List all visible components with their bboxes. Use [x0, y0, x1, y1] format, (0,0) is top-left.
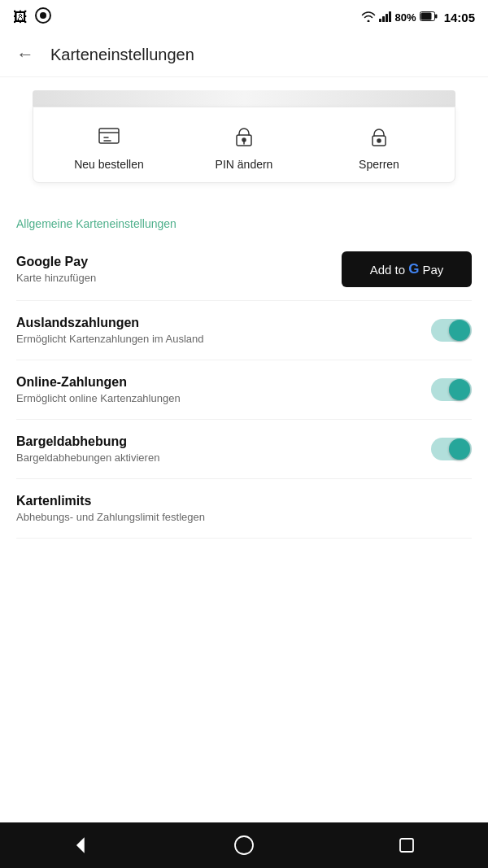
battery-icon: [420, 11, 438, 24]
toggle-thumb: [449, 379, 470, 400]
gpay-subtitle: Karte hinzufügen: [16, 272, 96, 284]
reorder-label: Neu bestellen: [74, 158, 144, 171]
svg-rect-4: [386, 14, 388, 22]
battery-percentage: 80%: [395, 11, 416, 24]
online-zahlungen-text: Online-Zahlungen Ermöglicht online Karte…: [16, 375, 181, 404]
signal-icon: [379, 11, 392, 24]
svg-rect-3: [382, 16, 385, 22]
bottom-spacer: [0, 539, 488, 595]
svg-rect-7: [435, 15, 438, 19]
gpay-g-letter: G: [408, 261, 419, 277]
bargeldabhebung-text: Bargeldabhebung Bargeldabhebungen aktivi…: [16, 434, 159, 464]
status-bar: 🖼 80%: [0, 0, 488, 33]
clock: 14:05: [444, 11, 475, 24]
svg-point-15: [377, 139, 381, 142]
bottom-nav: [0, 822, 488, 868]
reorder-icon: [91, 122, 127, 151]
toggle-thumb: [449, 320, 470, 341]
bargeldabhebung-title: Bargeldabhebung: [16, 434, 159, 449]
kartenlimits-title: Kartenlimits: [16, 494, 472, 508]
bargeldabhebung-row: Bargeldabhebung Bargeldabhebungen aktivi…: [16, 420, 472, 479]
nav-home-button[interactable]: [217, 827, 271, 864]
auslandszahlungen-row: Auslandszahlungen Ermöglicht Kartenzahlu…: [16, 301, 472, 360]
top-bar: ← Karteneinstellungen: [0, 33, 488, 77]
lock-action[interactable]: Sperren: [338, 122, 420, 171]
pin-icon: [226, 122, 262, 151]
gpay-btn-post: Pay: [422, 263, 443, 277]
app-icon: [34, 7, 52, 28]
svg-rect-18: [400, 839, 413, 852]
bargeldabhebung-toggle[interactable]: [431, 438, 472, 460]
lock-icon: [361, 122, 397, 151]
card-preview-section: Neu bestellen PIN ändern: [0, 77, 488, 203]
auslandszahlungen-text: Auslandszahlungen Ermöglicht Kartenzahlu…: [16, 316, 204, 345]
pin-change-action[interactable]: PIN ändern: [203, 122, 285, 171]
gpay-title: Google Pay: [16, 255, 96, 269]
wifi-icon: [361, 11, 376, 24]
lock-label: Sperren: [359, 158, 399, 171]
bargeldabhebung-desc: Bargeldabhebungen aktivieren: [16, 451, 159, 464]
gpay-text: Google Pay Karte hinzufügen: [16, 255, 96, 284]
svg-rect-5: [389, 11, 391, 22]
reorder-action[interactable]: Neu bestellen: [68, 122, 150, 171]
svg-point-1: [40, 12, 46, 19]
status-right-info: 80% 14:05: [361, 11, 475, 24]
kartenlimits-row[interactable]: Kartenlimits Abhebungs- und Zahlungslimi…: [16, 479, 472, 539]
svg-point-17: [235, 836, 253, 854]
section-title: Allgemeine Karteneinstellungen: [0, 203, 488, 238]
card-strip: [33, 90, 455, 107]
online-zahlungen-title: Online-Zahlungen: [16, 375, 181, 390]
page-title: Karteneinstellungen: [50, 46, 194, 64]
nav-back-button[interactable]: [55, 827, 107, 863]
add-to-gpay-button[interactable]: Add to G Pay: [342, 251, 472, 287]
online-zahlungen-toggle[interactable]: [431, 378, 472, 401]
card-action-row: Neu bestellen PIN ändern: [33, 107, 455, 183]
svg-rect-8: [420, 13, 431, 20]
kartenlimits-desc: Abhebungs- und Zahlungslimit festlegen: [16, 511, 472, 523]
image-icon: 🖼: [13, 9, 28, 26]
auslandszahlungen-toggle[interactable]: [431, 319, 472, 342]
google-pay-row: Google Pay Karte hinzufügen Add to G Pay: [16, 238, 472, 301]
auslandszahlungen-title: Auslandszahlungen: [16, 316, 204, 330]
toggle-thumb: [449, 438, 470, 460]
back-button[interactable]: ←: [13, 41, 37, 68]
pin-label: PIN ändern: [216, 158, 273, 171]
svg-marker-16: [77, 839, 84, 852]
nav-recents-button[interactable]: [381, 827, 433, 863]
svg-rect-2: [379, 19, 381, 22]
gpay-btn-pre: Add to: [370, 263, 405, 277]
settings-list: Google Pay Karte hinzufügen Add to G Pay…: [0, 238, 488, 539]
online-zahlungen-desc: Ermöglicht online Kartenzahlungen: [16, 392, 181, 404]
online-zahlungen-row: Online-Zahlungen Ermöglicht online Karte…: [16, 360, 472, 420]
status-left-icons: 🖼: [13, 7, 52, 28]
auslandszahlungen-desc: Ermöglicht Kartenzahlungen im Ausland: [16, 333, 204, 345]
